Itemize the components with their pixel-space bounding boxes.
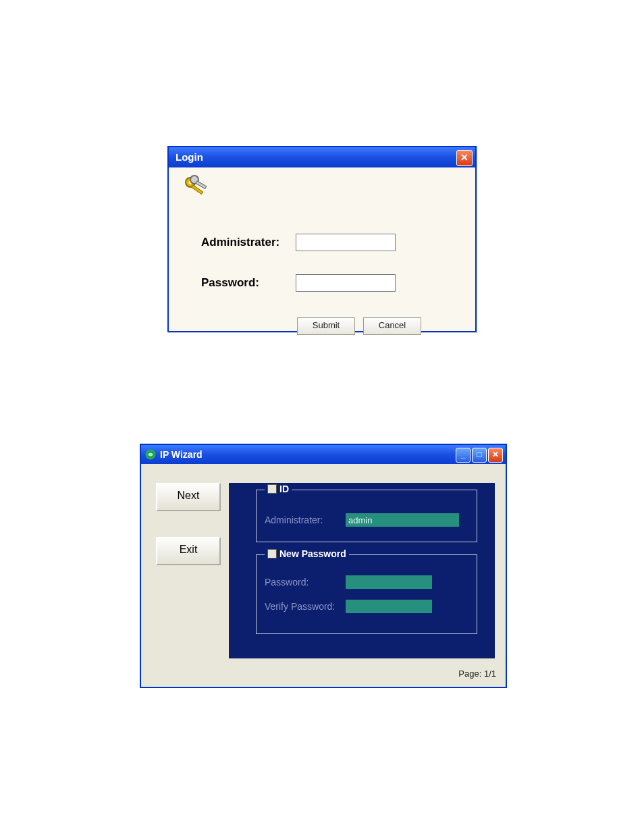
login-title-text: Login [176,151,203,163]
id-legend-text: ID [279,484,289,494]
svg-rect-4 [196,181,207,188]
password-input[interactable] [296,274,396,292]
newpw-fieldset: New Password Password: Verify Password: [256,554,477,634]
cancel-button[interactable]: Cancel [363,317,421,335]
wiz-vpw-row: Verify Password: [265,600,432,613]
wiz-admin-row: Administrater: [265,513,459,527]
wiz-pw-label: Password: [265,577,346,588]
wiz-admin-input[interactable] [346,513,459,527]
wiz-vpw-label: Verify Password: [265,601,346,612]
admin-row: Administrater: [201,234,396,251]
page-indicator: Page: 1/1 [458,669,496,679]
submit-button[interactable]: Submit [297,317,355,335]
close-icon[interactable]: ✕ [488,448,503,463]
login-body: Administrater: Password: Submit Cancel [169,167,475,330]
wizard-panel: ID Administrater: New Password Password: [229,483,495,658]
wizard-body: Next Exit ID Administrater: New Password [141,464,506,684]
minimize-icon[interactable]: _ [456,448,471,463]
login-titlebar[interactable]: Login ✕ [169,147,475,167]
close-icon[interactable]: ✕ [456,150,473,166]
app-icon [145,449,156,460]
id-legend: ID [265,484,292,494]
wiz-vpw-input[interactable] [346,600,432,613]
wiz-pw-row: Password: [265,575,432,589]
id-checkbox[interactable] [267,484,277,494]
wiz-admin-label: Administrater: [265,515,346,525]
wizard-title-text: IP Wizard [160,445,203,464]
login-window: Login ✕ Administrater: Password: Submit … [167,146,477,332]
login-buttons: Submit Cancel [297,317,421,335]
admin-label: Administrater: [201,236,296,249]
id-fieldset: ID Administrater: [256,490,477,542]
newpw-legend: New Password [265,548,349,559]
wiz-pw-input[interactable] [346,575,432,589]
admin-input[interactable] [296,234,396,251]
maximize-icon[interactable]: □ [472,448,487,463]
password-label: Password: [201,276,296,290]
ip-wizard-window: IP Wizard _ □ ✕ Next Exit ID Administrat… [140,444,507,688]
wizard-titlebar[interactable]: IP Wizard _ □ ✕ [141,445,506,464]
newpw-checkbox[interactable] [267,549,277,558]
keys-icon [182,174,209,201]
window-controls: _ □ ✕ [456,448,503,463]
password-row: Password: [201,274,396,292]
next-button[interactable]: Next [156,483,221,511]
close-glyph: ✕ [460,152,468,163]
exit-button[interactable]: Exit [156,537,221,565]
newpw-legend-text: New Password [279,548,346,559]
